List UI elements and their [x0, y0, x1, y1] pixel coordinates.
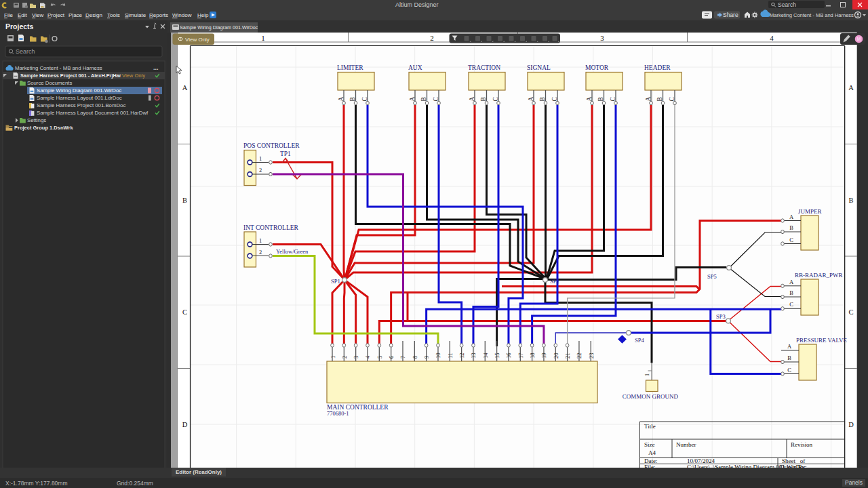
svg-text:22: 22: [576, 353, 583, 359]
svg-text:B: B: [597, 97, 604, 101]
svg-text:3: 3: [353, 356, 359, 359]
svg-text:C: C: [182, 308, 187, 316]
svg-text:A: A: [586, 97, 593, 102]
svg-text:10: 10: [435, 353, 441, 359]
svg-text:2: 2: [259, 167, 262, 174]
svg-text:PRESSURE VALVE: PRESSURE VALVE: [796, 337, 848, 344]
svg-text:Share: Share: [723, 12, 738, 18]
svg-text:LIMITER: LIMITER: [337, 64, 363, 71]
svg-text:B: B: [480, 97, 487, 101]
svg-text:C: C: [361, 97, 368, 101]
svg-text:View Only: View Only: [185, 37, 210, 43]
svg-text:B: B: [539, 97, 546, 101]
svg-text:14: 14: [482, 352, 489, 359]
svg-text:C: C: [789, 301, 793, 308]
svg-text:B: B: [848, 197, 853, 204]
svg-text:A: A: [848, 84, 854, 92]
svg-text:Number: Number: [676, 441, 696, 448]
svg-text:A4: A4: [648, 449, 656, 456]
svg-text:C: C: [669, 97, 675, 101]
svg-text:5: 5: [376, 356, 383, 359]
svg-text:A: A: [182, 84, 188, 92]
svg-text:A: A: [469, 97, 475, 102]
svg-text:SP1: SP1: [331, 278, 340, 285]
svg-text:Title: Title: [644, 423, 656, 430]
svg-text:12: 12: [458, 353, 465, 359]
svg-text:C: C: [433, 97, 439, 101]
svg-text:1: 1: [644, 373, 650, 376]
svg-text:Size: Size: [644, 441, 655, 448]
svg-text:INT CONTROLLER: INT CONTROLLER: [243, 224, 298, 231]
svg-text:Marketing Content - MB and Har: Marketing Content - MB and Harness: [770, 12, 854, 18]
svg-text:TP1: TP1: [280, 150, 291, 157]
svg-text:SIGNAL: SIGNAL: [527, 64, 551, 71]
svg-text:C: C: [551, 97, 558, 101]
svg-text:11: 11: [447, 353, 454, 359]
svg-text:M: M: [857, 37, 861, 41]
svg-text:JUMPER: JUMPER: [798, 208, 822, 215]
svg-text:View Only: View Only: [122, 73, 145, 79]
svg-text:RB-RADAR_PWR: RB-RADAR_PWR: [795, 272, 843, 279]
svg-text:23: 23: [588, 353, 595, 359]
svg-text:Sample Harness Layout 001.LdrD: Sample Harness Layout 001.LdrDoc: [37, 95, 122, 101]
svg-text:SP3: SP3: [716, 313, 726, 320]
svg-text:...: ...: [153, 64, 159, 71]
svg-text:8: 8: [412, 356, 418, 359]
svg-text:4: 4: [364, 355, 371, 359]
svg-text:17: 17: [517, 353, 524, 359]
svg-text:2: 2: [259, 249, 262, 256]
svg-text:21: 21: [564, 353, 571, 359]
svg-text:Source Documents: Source Documents: [27, 80, 72, 86]
svg-text:2: 2: [430, 34, 434, 42]
svg-text:2: 2: [341, 356, 348, 359]
svg-text:SP5: SP5: [707, 273, 717, 280]
svg-text:Search: Search: [778, 1, 796, 8]
svg-text:C: C: [848, 308, 853, 316]
svg-text:A: A: [787, 343, 792, 350]
svg-text:1: 1: [261, 34, 265, 42]
svg-text:COMMON GROUND: COMMON GROUND: [623, 393, 679, 400]
svg-text:B: B: [420, 97, 427, 101]
svg-text:4: 4: [770, 34, 774, 42]
svg-text:7: 7: [399, 356, 406, 359]
svg-text:D: D: [848, 421, 854, 428]
svg-text:Marketing Content - MB and Har: Marketing Content - MB and Harness: [15, 65, 102, 71]
svg-text:1: 1: [259, 155, 262, 162]
svg-text:MOTOR: MOTOR: [585, 64, 609, 71]
svg-text:TRACTION: TRACTION: [468, 64, 500, 71]
svg-text:B: B: [182, 197, 187, 204]
svg-text:A: A: [789, 214, 794, 220]
svg-text:B: B: [789, 289, 793, 296]
svg-text:AUX: AUX: [408, 64, 422, 71]
svg-text:B: B: [656, 97, 663, 101]
svg-text:HEADER: HEADER: [644, 64, 671, 71]
svg-text:C: C: [789, 237, 793, 243]
svg-text:Project Group 1.DsnWrk: Project Group 1.DsnWrk: [14, 125, 73, 131]
svg-text:Yellow/Green: Yellow/Green: [276, 248, 309, 255]
svg-text:13: 13: [470, 353, 477, 359]
svg-text:18: 18: [529, 353, 536, 359]
svg-text:15: 15: [494, 353, 500, 359]
svg-text:Altium Designer: Altium Designer: [395, 1, 439, 8]
svg-text:C: C: [787, 367, 791, 373]
svg-text:C: C: [492, 97, 499, 101]
svg-text:B: B: [789, 224, 793, 231]
svg-text:9: 9: [423, 356, 430, 359]
svg-text:C: C: [610, 97, 616, 101]
svg-text:A: A: [789, 279, 794, 285]
svg-text:A: A: [528, 97, 534, 102]
svg-text:POS CONTROLLER: POS CONTROLLER: [243, 142, 300, 149]
svg-text:20: 20: [553, 353, 559, 359]
svg-text:A: A: [409, 97, 416, 102]
svg-text:1: 1: [259, 237, 262, 244]
svg-text:Sample Harness Project 001 - A: Sample Harness Project 001 - AlexH.PrjHa…: [20, 73, 121, 79]
svg-text:16: 16: [505, 353, 512, 359]
svg-text:770680-1: 770680-1: [327, 410, 349, 417]
svg-text:1: 1: [330, 356, 336, 359]
svg-text:B: B: [349, 97, 356, 101]
svg-text:3: 3: [600, 34, 604, 42]
svg-text:SP2: SP2: [550, 278, 559, 285]
svg-text:B: B: [787, 354, 791, 361]
svg-text:Revision: Revision: [791, 441, 813, 448]
svg-text:Sample Harness Layout Document: Sample Harness Layout Document 001.HarDw…: [37, 110, 149, 116]
